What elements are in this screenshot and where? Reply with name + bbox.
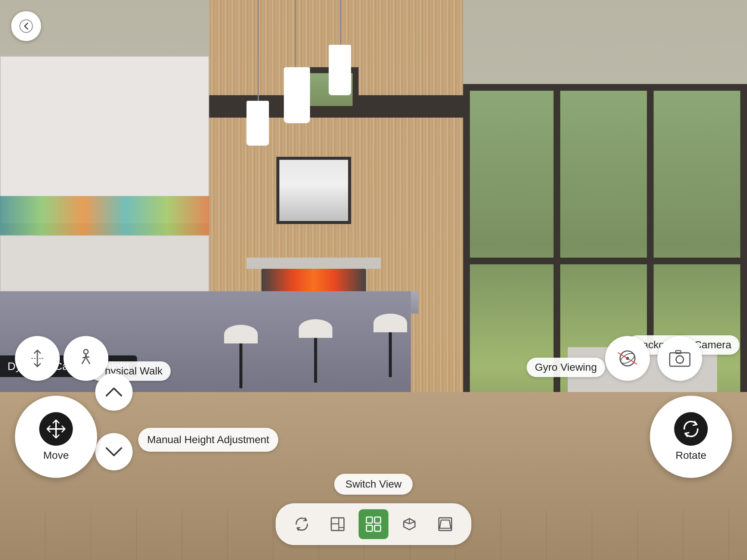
svg-point-9 — [626, 357, 629, 360]
svg-rect-21 — [375, 525, 381, 531]
camera-icon — [667, 345, 693, 371]
svg-line-24 — [409, 522, 415, 524]
back-arrow-icon — [19, 19, 33, 33]
rooms-icon — [364, 515, 383, 533]
svg-rect-12 — [676, 351, 681, 354]
move-label: Move — [43, 449, 69, 461]
svg-marker-26 — [440, 520, 451, 528]
manual-height-label: Manual Height Adjustment — [138, 428, 278, 452]
chevron-up-icon — [105, 386, 123, 398]
rooms-view-button[interactable] — [359, 509, 388, 539]
svg-line-23 — [404, 522, 409, 524]
mullion-h1 — [463, 258, 747, 264]
3d-box-icon — [400, 515, 419, 533]
view-toolbar — [276, 503, 471, 545]
svg-rect-20 — [366, 525, 372, 531]
pendant-wire-2 — [295, 0, 296, 67]
physical-walk-icon-button[interactable] — [63, 336, 108, 381]
bar-stool-3 — [374, 314, 407, 377]
bar-stool-1 — [224, 325, 258, 388]
move-arrows-icon — [45, 418, 67, 440]
perspective-icon — [436, 515, 455, 533]
rotate-arrows-icon — [680, 418, 702, 440]
svg-rect-19 — [375, 517, 381, 523]
tv-screen — [279, 160, 348, 221]
floor-plan-icon — [328, 515, 347, 533]
perspective-view-button[interactable] — [430, 509, 460, 539]
rotate-label: Rotate — [676, 449, 707, 461]
refresh-view-button[interactable] — [287, 509, 317, 539]
pendant-light-3 — [329, 45, 351, 95]
tv-frame — [276, 157, 351, 224]
floor-plan-view-button[interactable] — [323, 509, 353, 539]
back-button[interactable] — [11, 11, 41, 41]
svg-point-3 — [84, 349, 88, 354]
height-icon — [26, 347, 49, 370]
height-down-button[interactable] — [95, 433, 133, 470]
height-adjust-icon-button[interactable] — [15, 336, 60, 381]
background-camera-icon-button[interactable] — [657, 336, 702, 381]
bar-stool-2 — [299, 319, 332, 383]
move-button[interactable]: Move — [15, 396, 97, 478]
pendant-light-1 — [247, 101, 269, 146]
svg-rect-10 — [670, 353, 690, 366]
pendant-wire-3 — [340, 0, 341, 45]
move-icon — [39, 412, 73, 446]
app-container: Dynamic Camera Height Physical Walk Manu… — [0, 0, 747, 560]
height-up-button[interactable] — [95, 373, 133, 411]
rotate-button[interactable]: Rotate — [650, 396, 732, 478]
gyro-icon — [614, 345, 641, 371]
chevron-down-icon — [105, 446, 123, 457]
gyro-icon-button[interactable] — [605, 336, 650, 381]
rotate-icon — [674, 412, 708, 446]
refresh-icon — [292, 515, 311, 533]
svg-rect-18 — [366, 517, 372, 523]
pendant-wire-1 — [258, 0, 259, 101]
switch-view-button[interactable]: Switch View — [334, 474, 413, 495]
svg-line-28 — [449, 520, 451, 528]
walk-icon — [75, 347, 97, 370]
svg-line-27 — [440, 520, 441, 528]
3d-box-view-button[interactable] — [394, 509, 424, 539]
fireplace-mantel — [247, 258, 381, 269]
pendant-light-2 — [284, 67, 310, 123]
svg-point-0 — [20, 20, 32, 32]
svg-point-11 — [676, 356, 684, 363]
gyro-viewing-label: Gyro Viewing — [527, 358, 605, 377]
